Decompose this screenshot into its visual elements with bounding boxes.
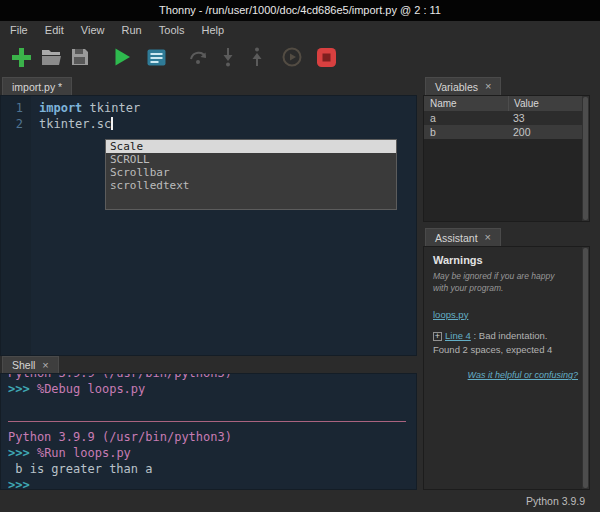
assistant-warning: +Line 4 : Bad indentation. Found 2 space… (433, 329, 580, 358)
tab-import-py[interactable]: import.py * (2, 77, 72, 95)
code-line-1: import tkinter (39, 100, 416, 116)
step-over-icon (188, 46, 210, 71)
stop-button[interactable] (314, 46, 339, 71)
window-title: Thonny - /run/user/1000/doc/4cd686e5/imp… (159, 4, 441, 16)
file-link-loops-py[interactable]: loops.py (433, 309, 468, 320)
variables-header: Name Value (424, 96, 589, 111)
resume-button[interactable] (279, 46, 304, 71)
scrollbar-thumb[interactable] (583, 97, 588, 220)
menubar: File Edit View Run Tools Help (0, 21, 600, 40)
variable-name: b (424, 126, 508, 138)
variable-value: 200 (508, 126, 589, 138)
step-out-button[interactable] (244, 46, 269, 71)
variables-tab-label: Variables (435, 81, 478, 93)
variables-panel: Name Value a 33 b 200 (423, 95, 590, 222)
tab-assistant[interactable]: Assistant × (425, 228, 501, 246)
column-header-name[interactable]: Name (424, 98, 508, 109)
variable-row-a[interactable]: a 33 (424, 111, 589, 125)
step-into-button[interactable] (215, 46, 240, 71)
autocomplete-item[interactable]: SCROLL (106, 153, 396, 166)
autocomplete-item[interactable]: scrolledtext (106, 179, 396, 192)
magic-command: %Debug loops.py (37, 382, 145, 396)
separator-line (8, 421, 406, 422)
resume-icon (281, 46, 303, 71)
variable-row-b[interactable]: b 200 (424, 125, 589, 139)
code-text-1: tkinter (82, 101, 140, 115)
text-cursor-caret (111, 117, 113, 130)
line-number-2: 2 (1, 116, 31, 132)
folder-icon (41, 48, 61, 69)
line-number-1: 1 (1, 100, 31, 116)
code-text-2: tkinter.sc (39, 117, 111, 131)
tab-shell[interactable]: Shell × (2, 356, 59, 373)
toolbar (0, 40, 600, 77)
menu-help[interactable]: Help (195, 21, 232, 40)
variables-scrollbar[interactable] (582, 96, 589, 221)
shell-panel[interactable]: Python 3.9.9 (/usr/bin/python3) >>> %Deb… (0, 373, 417, 490)
debug-icon (146, 47, 167, 71)
variables-tabbar: Variables × (423, 77, 590, 95)
autocomplete-item-selected[interactable]: Scale (106, 140, 396, 153)
open-file-button[interactable] (38, 46, 63, 71)
titlebar[interactable]: Thonny - /run/user/1000/doc/4cd686e5/imp… (0, 0, 600, 21)
assistant-panel: Warnings May be ignored if you are happy… (423, 246, 590, 490)
tab-variables[interactable]: Variables × (425, 77, 501, 95)
assistant-tab-label: Assistant (435, 232, 478, 244)
play-icon (111, 46, 133, 71)
column-header-value[interactable]: Value (508, 96, 589, 111)
expand-icon[interactable]: + (433, 332, 442, 341)
menu-tools[interactable]: Tools (152, 21, 192, 40)
editor-tab-label: import.py * (12, 81, 62, 93)
assistant-heading: Warnings (433, 254, 580, 266)
shell-session-separator (8, 413, 416, 429)
code-area[interactable]: import tkinter tkinter.sc (31, 96, 416, 355)
shell-blank-line (8, 397, 416, 413)
code-line-2: tkinter.sc (39, 116, 416, 132)
shell-tab-label: Shell (12, 359, 35, 371)
keyword-import: import (39, 101, 82, 115)
shell-tabbar: Shell × (0, 356, 417, 373)
step-out-icon (246, 46, 268, 71)
new-file-button[interactable] (9, 46, 34, 71)
plus-icon (11, 47, 32, 71)
editor-tabbar: import.py * (0, 77, 417, 95)
step-over-button[interactable] (186, 46, 211, 71)
shell-input-prompt[interactable]: >>> (8, 477, 416, 490)
autocomplete-item[interactable]: Scrollbar (106, 166, 396, 179)
close-icon[interactable]: × (485, 81, 491, 92)
autocomplete-popup: Scale SCROLL Scrollbar scrolledtext (105, 139, 397, 210)
variable-value: 33 (508, 112, 589, 124)
shell-prompt: >>> (8, 382, 37, 396)
magic-command: %Run loops.py (37, 446, 131, 460)
feedback-link[interactable]: Was it helpful or confusing? (433, 370, 580, 380)
assistant-tabbar: Assistant × (423, 228, 590, 246)
statusbar: Python 3.9.9 (0, 490, 600, 512)
assistant-scrollbar[interactable] (582, 247, 589, 489)
shell-banner-line: Python 3.9.9 (/usr/bin/python3) (8, 429, 416, 445)
save-file-button[interactable] (67, 46, 92, 71)
shell-output-line: b is greater than a (8, 461, 416, 477)
stop-icon (316, 47, 337, 71)
close-icon[interactable]: × (42, 360, 48, 371)
step-into-icon (217, 46, 239, 71)
code-editor[interactable]: 1 2 import tkinter tkinter.sc Scale SCRO… (0, 95, 417, 356)
scrollbar-thumb[interactable] (583, 248, 588, 488)
menu-run[interactable]: Run (115, 21, 149, 40)
shell-command-line: >>> %Run loops.py (8, 445, 416, 461)
variable-name: a (424, 112, 508, 124)
menu-edit[interactable]: Edit (38, 21, 71, 40)
shell-banner-line: Python 3.9.9 (/usr/bin/python3) (8, 373, 416, 381)
run-script-button[interactable] (109, 46, 134, 71)
debug-script-button[interactable] (144, 46, 169, 71)
shell-command-line: >>> %Debug loops.py (8, 381, 416, 397)
close-icon[interactable]: × (485, 232, 491, 243)
menu-view[interactable]: View (74, 21, 112, 40)
interpreter-status[interactable]: Python 3.9.9 (526, 495, 585, 507)
assistant-note: May be ignored if you are happy with you… (433, 270, 580, 295)
warning-line-link[interactable]: Line 4 (445, 330, 471, 341)
floppy-icon (71, 48, 89, 69)
shell-prompt: >>> (8, 446, 37, 460)
menu-file[interactable]: File (3, 21, 35, 40)
line-number-gutter: 1 2 (1, 96, 31, 355)
